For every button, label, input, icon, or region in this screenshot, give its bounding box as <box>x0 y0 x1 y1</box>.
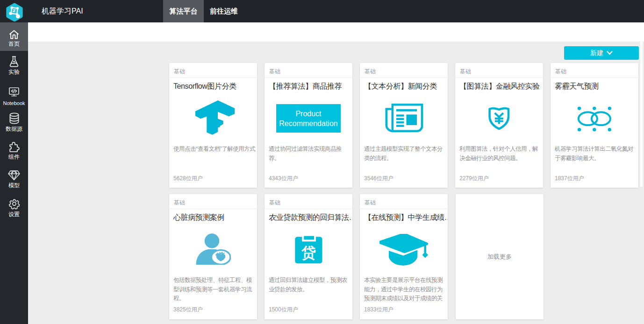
svg-text:贷: 贷 <box>301 245 316 261</box>
